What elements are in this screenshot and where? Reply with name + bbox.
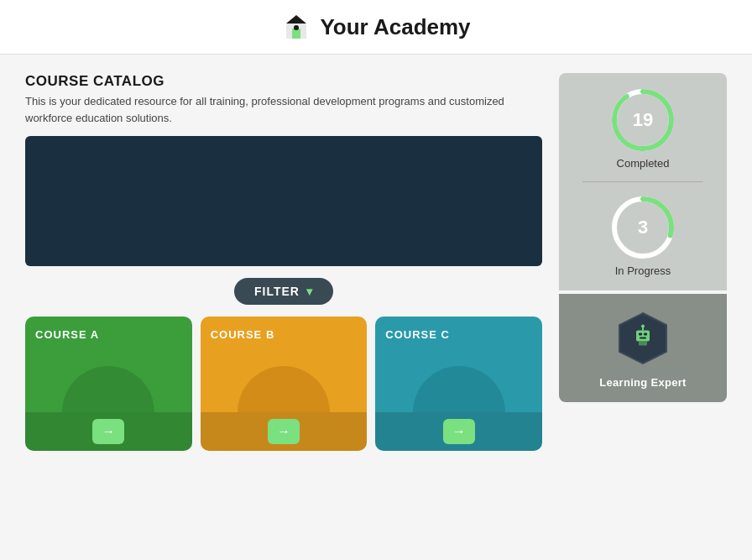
filter-row: FILTER ▾	[25, 278, 542, 305]
in-progress-stat: 3 In Progress	[609, 194, 676, 277]
arc-shape-b	[238, 366, 330, 412]
filter-button[interactable]: FILTER ▾	[234, 278, 333, 305]
completed-number: 19	[633, 109, 653, 131]
academy-icon	[281, 12, 311, 42]
course-c-arrow-button[interactable]: →	[443, 419, 475, 444]
svg-rect-11	[640, 338, 646, 339]
course-cards: COURSE A → COURSE B	[25, 317, 542, 451]
in-progress-number: 3	[638, 217, 648, 238]
course-card-b: COURSE B →	[201, 317, 368, 451]
main-content: COURSE CATALOG This is your dedicated re…	[0, 55, 752, 560]
course-c-footer: →	[375, 412, 542, 451]
page-wrapper: Your Academy COURSE CATALOG This is your…	[0, 0, 752, 560]
svg-rect-8	[636, 331, 650, 342]
course-b-arrow-button[interactable]: →	[268, 419, 300, 444]
course-card-c: COURSE C →	[375, 317, 542, 451]
header: Your Academy	[0, 0, 752, 55]
course-b-arc	[201, 341, 368, 412]
stats-divider	[582, 181, 703, 182]
robot-icon	[630, 323, 655, 354]
course-a-label: COURSE A	[25, 317, 192, 341]
learning-expert-label: Learning Expert	[599, 376, 686, 389]
svg-rect-9	[639, 333, 642, 336]
learning-expert-badge	[614, 309, 672, 368]
course-a-footer: →	[25, 412, 192, 451]
svg-rect-10	[644, 333, 647, 336]
svg-rect-2	[294, 25, 299, 30]
completed-label: Completed	[617, 157, 670, 170]
arrow-right-icon: →	[102, 424, 115, 439]
course-b-label: COURSE B	[201, 317, 368, 341]
arc-shape-c	[413, 366, 505, 412]
learning-expert-box: Learning Expert	[559, 294, 727, 402]
completed-circle: 19	[609, 86, 676, 154]
course-a-arc	[25, 341, 192, 412]
filter-label: FILTER	[254, 285, 300, 298]
stats-box: 19 Completed 3 In Progress	[559, 73, 727, 290]
course-c-arc	[375, 341, 542, 412]
left-panel: COURSE CATALOG This is your dedicated re…	[25, 73, 542, 547]
course-card-a: COURSE A →	[25, 317, 192, 451]
course-c-label: COURSE C	[375, 317, 542, 341]
in-progress-circle: 3	[609, 194, 676, 261]
section-title: COURSE CATALOG	[25, 73, 542, 90]
svg-point-13	[641, 325, 645, 328]
section-header: COURSE CATALOG This is your dedicated re…	[25, 73, 542, 126]
svg-rect-14	[639, 342, 647, 346]
right-panel: 19 Completed 3 In Progress	[559, 73, 727, 547]
course-a-arrow-button[interactable]: →	[92, 419, 124, 444]
in-progress-label: In Progress	[615, 264, 671, 277]
section-desc: This is your dedicated resource for all …	[25, 93, 542, 126]
arrow-right-icon: →	[452, 424, 466, 439]
course-b-footer: →	[201, 412, 368, 451]
arrow-right-icon: →	[277, 424, 290, 439]
completed-stat: 19 Completed	[609, 86, 676, 170]
header-title: Your Academy	[320, 14, 470, 40]
chevron-down-icon: ▾	[306, 285, 313, 298]
banner-area	[25, 136, 542, 266]
arc-shape-a	[62, 366, 154, 412]
